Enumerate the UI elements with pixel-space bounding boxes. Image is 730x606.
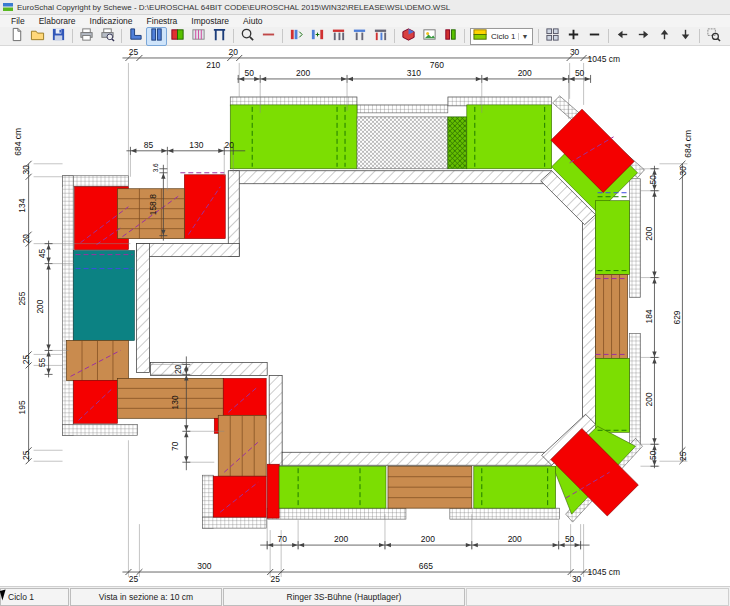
dimension-label: 200 — [644, 392, 654, 406]
new-document-button[interactable] — [6, 27, 27, 46]
platform-strip — [448, 97, 552, 106]
dimension-label: 20 — [229, 47, 239, 57]
status-cycle: Ciclo 1 — [0, 588, 69, 606]
formwork-place-button[interactable] — [286, 27, 307, 46]
toolbar-separator — [608, 29, 609, 43]
menu-item-aiuto[interactable]: Aiuto — [236, 16, 269, 26]
formwork-table2-button[interactable] — [349, 27, 370, 46]
dimension-label: 1045 cm — [588, 54, 620, 64]
toolbar: Ciclo 1▼ — [0, 27, 730, 46]
formwork-move-button[interactable] — [307, 27, 328, 46]
dimension-label: 20 — [21, 234, 31, 244]
formwork-panel-red[interactable] — [74, 380, 118, 423]
dimension-label: 25 — [21, 354, 31, 364]
slab-formwork-button[interactable] — [209, 27, 230, 46]
menu-item-file[interactable]: File — [4, 16, 32, 26]
pan-up-button[interactable] — [654, 27, 675, 46]
menu-item-indicazione[interactable]: Indicazione — [83, 16, 140, 26]
formwork-pair-icon — [443, 27, 458, 46]
panel-grid-button[interactable] — [188, 27, 209, 46]
dimension-label: 684 cm — [13, 128, 23, 156]
panel-fill-button[interactable] — [167, 27, 188, 46]
save-button[interactable] — [48, 27, 69, 46]
formwork-panel-green[interactable] — [596, 201, 630, 275]
formwork-panel-red[interactable] — [184, 175, 225, 239]
toolbar-separator — [699, 29, 700, 43]
toolbar-separator — [282, 29, 283, 43]
pan-down-icon — [678, 27, 693, 46]
formwork-table3-button[interactable] — [370, 27, 391, 46]
new-document-icon — [9, 27, 24, 46]
platform-strip — [630, 333, 641, 445]
menu-item-elaborare[interactable]: Elaborare — [32, 16, 83, 26]
platform-strip — [63, 424, 138, 435]
pan-left-button[interactable] — [612, 27, 633, 46]
cycle-icon — [473, 27, 488, 46]
chevron-down-icon[interactable]: ▼ — [518, 33, 530, 40]
zoom-window-button[interactable] — [703, 27, 724, 46]
wall — [282, 452, 552, 465]
status-spacer — [466, 588, 729, 606]
pan-left-icon — [615, 27, 630, 46]
formwork-table-button[interactable] — [328, 27, 349, 46]
formwork-move-icon — [310, 27, 325, 46]
wall-formwork-icon — [149, 27, 164, 46]
formwork-panel-red[interactable] — [267, 464, 279, 518]
platform-strip — [357, 105, 448, 113]
dimension-label: 3.6 — [152, 163, 159, 172]
image-export-button[interactable] — [419, 27, 440, 46]
measure-line-button[interactable] — [258, 27, 279, 46]
menu-bar: FileElaborareIndicazioneFinestraImpostar… — [0, 15, 730, 27]
dimension-label: 310 — [407, 68, 421, 78]
formwork-panel-green[interactable] — [230, 105, 357, 169]
dimension-label: 30 — [572, 574, 582, 584]
dimension-label: 1045 cm — [588, 567, 620, 577]
zoom-out-button[interactable] — [584, 27, 605, 46]
menu-item-finestra[interactable]: Finestra — [140, 16, 185, 26]
dimension-label: 130 — [170, 395, 180, 409]
view-3d-button[interactable] — [398, 27, 419, 46]
formwork-panel-green[interactable] — [596, 358, 630, 432]
view-3d-icon — [401, 27, 416, 46]
wall — [269, 375, 282, 465]
print-preview-button[interactable] — [97, 27, 118, 46]
pan-down-button[interactable] — [675, 27, 696, 46]
dimension-label: 200 — [296, 68, 310, 78]
formwork-table-icon — [331, 27, 346, 46]
formwork-pair-button[interactable] — [440, 27, 461, 46]
formwork-panel-red[interactable] — [223, 378, 266, 418]
open-folder-button[interactable] — [27, 27, 48, 46]
window-title: EuroSchal Copyright by Schewe - D:\EUROS… — [17, 3, 450, 12]
dimension-label: 45 — [37, 249, 47, 259]
zoom-select-button[interactable] — [237, 27, 258, 46]
pan-right-button[interactable] — [633, 27, 654, 46]
dimension-label: 50 — [245, 68, 255, 78]
dimension-label: 684 cm — [683, 130, 693, 158]
zoom-in-button[interactable] — [563, 27, 584, 46]
formwork-panel-green[interactable] — [467, 105, 552, 169]
title-bar: EuroSchal Copyright by Schewe - D:\EUROS… — [0, 0, 730, 15]
menu-item-impostare[interactable]: Impostare — [184, 16, 236, 26]
platform-strip — [450, 508, 560, 519]
corner-formwork-button[interactable] — [125, 27, 146, 46]
floor-plan-canvas[interactable]: 2521020760301045 cm502003102005085130207… — [0, 46, 730, 588]
cycle-select[interactable]: Ciclo 1▼ — [470, 28, 533, 45]
formwork-panel-green[interactable] — [474, 466, 556, 508]
formwork-panel-green[interactable] — [279, 466, 386, 508]
dimension-label: 55 — [37, 357, 47, 367]
dimension-label: 629 — [672, 310, 682, 324]
dimension-label: 25 — [129, 47, 139, 57]
dimension-label: 200 — [35, 299, 45, 313]
formwork-panel-crosshatched[interactable] — [448, 117, 467, 169]
wall-formwork-button[interactable] — [146, 27, 167, 46]
print-button[interactable] — [76, 27, 97, 46]
toolbar-separator — [394, 29, 395, 43]
toolbar-separator — [233, 29, 234, 43]
status-bar: Ciclo 1 Vista in sezione a: 10 cm Ringer… — [0, 586, 730, 606]
corner-formwork-icon — [128, 27, 143, 46]
overview-button[interactable] — [542, 27, 563, 46]
dimension-label: 25 — [270, 574, 280, 584]
formwork-panel-teal[interactable] — [74, 251, 135, 341]
dimension-label: 300 — [197, 561, 211, 571]
dimension-label: 50 — [565, 534, 575, 544]
